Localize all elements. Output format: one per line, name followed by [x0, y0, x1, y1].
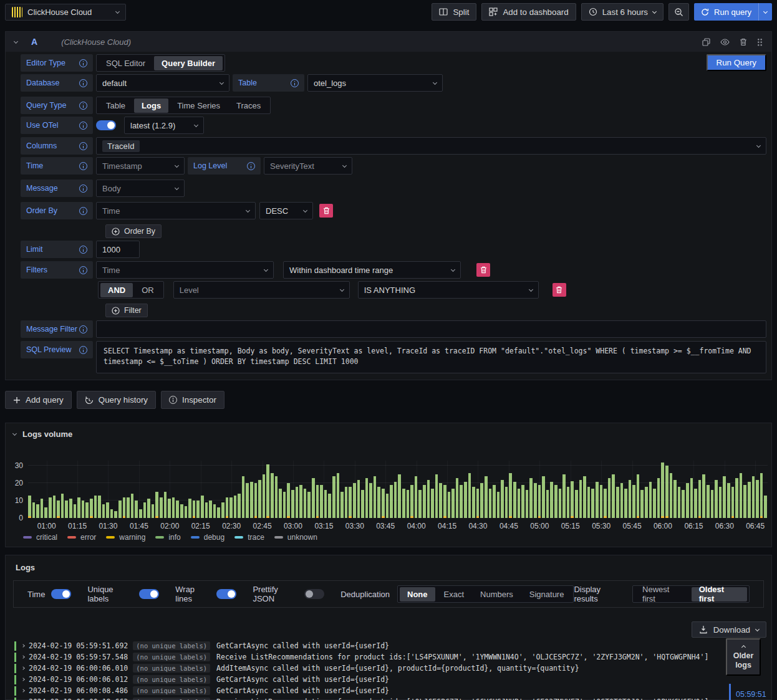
dedup-option-exact[interactable]: Exact — [437, 587, 472, 602]
info-icon[interactable] — [79, 266, 87, 274]
info-icon[interactable] — [247, 162, 255, 170]
display-option-oldest-first[interactable]: Oldest first — [692, 587, 747, 602]
drag-handle-icon[interactable] — [757, 38, 763, 46]
limit-input[interactable] — [96, 241, 140, 258]
display-option-newest-first[interactable]: Newest first — [635, 587, 690, 602]
unique-labels-toggle[interactable] — [139, 589, 159, 599]
legend-item-debug[interactable]: debug — [191, 533, 224, 542]
split-button[interactable]: Split — [432, 3, 476, 21]
info-icon[interactable] — [79, 185, 87, 193]
filter-operator-select[interactable]: Within dashboard time range — [283, 261, 461, 279]
editor-type-option-query-builder[interactable]: Query Builder — [154, 56, 223, 70]
dedup-option-numbers[interactable]: Numbers — [473, 587, 521, 602]
add-filter-button[interactable]: Filter — [105, 304, 148, 317]
filter-field-select[interactable]: Time — [96, 261, 274, 279]
legend-item-trace[interactable]: trace — [234, 533, 264, 542]
use-otel-toggle[interactable] — [96, 120, 116, 130]
table-select[interactable]: otel_logs — [307, 74, 443, 92]
log-row[interactable]: 2024-02-19 06:00:06.012(no unique labels… — [9, 674, 728, 685]
time-toggle[interactable] — [51, 589, 71, 599]
query-header[interactable]: A (ClickHouse Cloud) — [6, 32, 771, 52]
bar — [57, 501, 60, 518]
prettify-json-toggle[interactable] — [304, 589, 324, 599]
older-logs-button[interactable]: Older logs — [726, 638, 761, 676]
bar — [509, 473, 512, 518]
info-icon[interactable] — [79, 325, 87, 333]
expand-chevron-icon[interactable] — [21, 678, 25, 681]
log-row[interactable]: 2024-02-19 06:00:06.010(no unique labels… — [9, 663, 728, 674]
query-type-option-table[interactable]: Table — [99, 98, 133, 113]
legend-item-unknown[interactable]: unknown — [274, 533, 317, 542]
chevron-down-icon — [220, 80, 224, 84]
info-icon[interactable] — [79, 162, 87, 170]
query-type-option-traces[interactable]: Traces — [229, 98, 268, 113]
collapse-chevron-icon[interactable] — [14, 39, 18, 43]
run-query-caret[interactable] — [758, 3, 772, 21]
filter2-field-select[interactable]: Level — [173, 281, 350, 299]
remove-order-by-button[interactable] — [319, 204, 333, 218]
info-icon[interactable] — [79, 246, 87, 254]
columns-multiselect[interactable]: TraceId — [96, 137, 766, 155]
query-history-button[interactable]: Query history — [77, 391, 156, 409]
download-button[interactable]: Download — [692, 621, 766, 638]
wrap-lines-toggle[interactable] — [216, 589, 236, 599]
time-column-select[interactable]: Timestamp — [96, 157, 185, 175]
expand-chevron-icon[interactable] — [21, 689, 25, 693]
bool-op-option-or[interactable]: OR — [134, 283, 162, 297]
filter2-operator-select[interactable]: IS ANYTHING — [358, 281, 539, 299]
remove-filter-button[interactable] — [476, 263, 490, 277]
message-filter-input[interactable] — [96, 320, 766, 338]
info-icon[interactable] — [79, 346, 87, 354]
info-icon[interactable] — [291, 79, 299, 87]
info-icon[interactable] — [79, 102, 87, 110]
add-query-button[interactable]: Add query — [5, 391, 72, 409]
order-direction-select[interactable]: DESC — [259, 202, 313, 219]
log-row[interactable]: 2024-02-19 05:59:51.692(no unique labels… — [9, 640, 728, 651]
legend-item-critical[interactable]: critical — [23, 533, 57, 542]
otel-version-select[interactable]: latest (1.2.9) — [124, 117, 204, 134]
duplicate-icon[interactable] — [702, 38, 710, 46]
query-type-option-time-series[interactable]: Time Series — [170, 98, 228, 113]
expand-chevron-icon[interactable] — [21, 666, 25, 670]
column-token[interactable]: TraceId — [102, 140, 140, 152]
time-range-picker[interactable]: Last 6 hours — [581, 3, 664, 21]
trash-icon[interactable] — [740, 38, 747, 46]
dedup-option-signature[interactable]: Signature — [522, 587, 572, 602]
eye-icon[interactable] — [720, 39, 730, 46]
log-level-select[interactable]: SeverityText — [264, 157, 352, 175]
log-row[interactable]: 2024-02-19 06:00:08.486(no unique labels… — [9, 685, 728, 696]
database-select[interactable]: default — [96, 74, 229, 92]
bar — [497, 492, 500, 518]
dedup-option-none[interactable]: None — [400, 587, 435, 602]
log-row[interactable]: 2024-02-19 05:59:57.548(no unique labels… — [9, 651, 728, 663]
log-level-bar — [14, 675, 16, 684]
expand-chevron-icon[interactable] — [21, 644, 25, 648]
logs-volume-header[interactable]: Logs volume — [6, 423, 771, 439]
info-icon[interactable] — [79, 122, 87, 130]
add-to-dashboard-button[interactable]: Add to dashboard — [481, 3, 576, 21]
zoom-out-button[interactable] — [668, 3, 689, 21]
collapse-chevron-icon[interactable] — [12, 431, 17, 436]
order-by-select[interactable]: Time — [96, 202, 256, 219]
query-type-option-logs[interactable]: Logs — [134, 98, 168, 113]
legend-item-error[interactable]: error — [67, 533, 96, 542]
legend-item-info[interactable]: info — [155, 533, 180, 542]
run-query-button[interactable]: Run query — [694, 3, 758, 21]
info-icon[interactable] — [79, 207, 87, 215]
message-column-select[interactable]: Body — [96, 180, 185, 197]
legend-item-warning[interactable]: warning — [106, 533, 145, 542]
bool-op-option-and[interactable]: AND — [100, 283, 133, 297]
datasource-picker[interactable]: ClickHouse Cloud — [5, 4, 126, 21]
info-icon[interactable] — [79, 142, 87, 150]
logs-volume-chart[interactable] — [28, 461, 768, 518]
bar — [258, 480, 261, 518]
log-row[interactable]: 2024-02-19 06:00:18.663(no unique labels… — [9, 696, 728, 700]
remove-filter2-button[interactable] — [553, 283, 566, 297]
inspector-button[interactable]: Inspector — [161, 391, 224, 409]
expand-chevron-icon[interactable] — [21, 655, 25, 659]
info-icon[interactable] — [79, 79, 87, 87]
log-level-bar — [14, 686, 16, 696]
info-icon[interactable] — [79, 59, 87, 67]
editor-type-option-sql-editor[interactable]: SQL Editor — [99, 56, 153, 70]
add-order-by-button[interactable]: Order By — [105, 224, 162, 238]
